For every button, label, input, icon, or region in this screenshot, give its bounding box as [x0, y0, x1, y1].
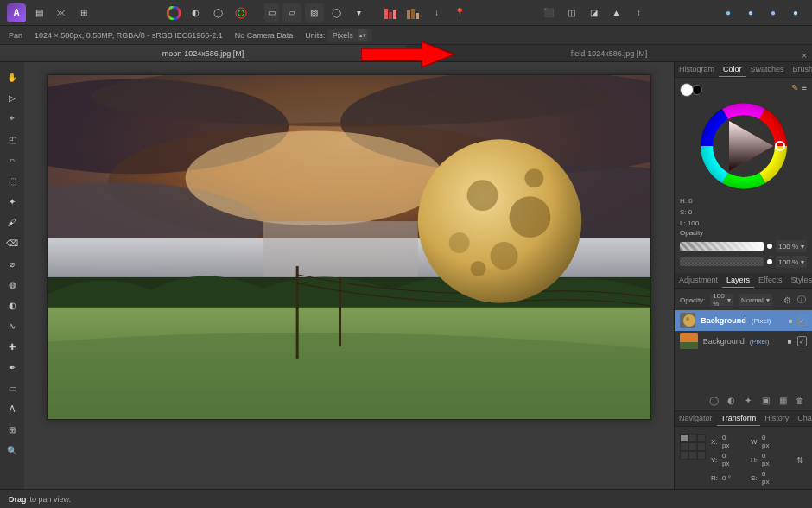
fx-layer-icon[interactable]: ✦: [741, 393, 755, 407]
file-icon[interactable]: ▤: [29, 3, 48, 22]
smudge-tool[interactable]: ∿: [3, 316, 22, 335]
lock-icon[interactable]: ■: [789, 317, 793, 325]
anchor-selector[interactable]: [680, 434, 706, 460]
erase-brush-tool[interactable]: ⌫: [3, 233, 22, 252]
units-dropdown[interactable]: Pixels ▴▾: [327, 29, 372, 42]
transform-panel: X:0 px W:0 px Y:0 px H:0 px R:0 ° S:0 px…: [675, 427, 812, 489]
pin-icon[interactable]: 📍: [450, 3, 469, 22]
primary-color-swatch[interactable]: [680, 83, 694, 97]
color-wheel[interactable]: [696, 98, 791, 194]
stepper-icon: ▴▾: [358, 29, 367, 41]
canvas-viewport[interactable]: [24, 62, 674, 489]
transform-tab-history[interactable]: History: [760, 411, 793, 426]
layers-tab-styles[interactable]: Styles: [786, 273, 812, 288]
transform-tab-navigator[interactable]: Navigator: [675, 411, 717, 426]
canvas[interactable]: [47, 74, 651, 420]
noise-value-dropdown[interactable]: 100 % ▾: [776, 256, 807, 268]
persona-photo-icon[interactable]: ●: [719, 3, 738, 22]
arrange-top-icon[interactable]: ▲: [606, 3, 625, 22]
grid-icon[interactable]: ⊞: [74, 3, 93, 22]
select-free-icon[interactable]: ▨: [305, 3, 324, 22]
cog-icon[interactable]: ⚙: [783, 293, 792, 307]
mask-dropdown-icon[interactable]: ▾: [350, 3, 369, 22]
curves-icon[interactable]: [232, 3, 251, 22]
arrange-front-icon[interactable]: ◪: [584, 3, 603, 22]
eyedropper-icon[interactable]: ✎: [791, 83, 798, 92]
app-icon: A: [7, 3, 26, 22]
contrast-icon[interactable]: ◐: [187, 3, 206, 22]
fill-tool[interactable]: ◍: [3, 275, 22, 294]
clone-tool[interactable]: ⌀: [3, 254, 22, 273]
hand-tool[interactable]: ✋: [3, 67, 22, 86]
visibility-checkbox[interactable]: ✓: [797, 336, 807, 346]
color-tab-brushes[interactable]: Brushes: [789, 62, 812, 77]
swatch-red-icon[interactable]: [383, 3, 402, 22]
dodge-tool[interactable]: ◐: [3, 295, 22, 314]
fx-icon[interactable]: ⓘ: [797, 293, 807, 307]
flood-select-tool[interactable]: ✦: [3, 192, 22, 211]
close-icon[interactable]: ×: [396, 48, 401, 65]
color-tab-swatches[interactable]: Swatches: [746, 62, 789, 77]
layers-tab-adjustment[interactable]: Adjustment: [675, 273, 722, 288]
color-tab-histogram[interactable]: Histogram: [675, 62, 719, 77]
blend-mode-dropdown[interactable]: Normal ▾: [739, 294, 772, 306]
text-tool[interactable]: A: [3, 399, 22, 418]
shape-tool[interactable]: ▭: [3, 378, 22, 397]
color-picker-tool[interactable]: ⌖: [3, 109, 22, 128]
marquee-tool[interactable]: ⬚: [3, 171, 22, 190]
waveform-icon[interactable]: ⩙: [52, 3, 71, 22]
document-tab-1[interactable]: moon-1024x586.jpg [M] ×: [0, 45, 406, 61]
move-tool[interactable]: ▷: [3, 88, 22, 107]
zoom-tool[interactable]: 🔍: [3, 441, 22, 460]
layer-opacity-dropdown[interactable]: 100 % ▾: [710, 294, 733, 306]
lock-aspect-icon[interactable]: ⇅: [793, 453, 807, 467]
healing-tool[interactable]: ✚: [3, 337, 22, 356]
persona-develop-icon[interactable]: ●: [764, 3, 783, 22]
transform-tab-transform[interactable]: Transform: [717, 411, 761, 426]
mask-layer-icon[interactable]: ◯: [707, 393, 720, 407]
swatch-brown-icon[interactable]: [405, 3, 424, 22]
delete-layer-icon[interactable]: 🗑: [793, 393, 807, 407]
paint-brush-tool[interactable]: 🖌: [3, 213, 22, 232]
close-icon[interactable]: ×: [802, 48, 807, 65]
selection-brush-tool[interactable]: ○: [3, 150, 22, 169]
transform-x[interactable]: 0 px: [722, 434, 731, 449]
transform-y[interactable]: 0 px: [722, 452, 731, 467]
align-icon[interactable]: ↕: [629, 3, 648, 22]
document-tab-2[interactable]: field-1024x586.jpg [M] ×: [406, 45, 812, 61]
transform-s[interactable]: 0 px: [762, 470, 771, 486]
opacity-value-dropdown[interactable]: 100 % ▾: [776, 240, 807, 252]
add-layer-icon[interactable]: ▦: [776, 393, 790, 407]
layer-row[interactable]: Background(Pixel)■✓: [675, 310, 812, 331]
color-tab-color[interactable]: Color: [719, 62, 746, 77]
persona-liquify-icon[interactable]: ●: [741, 3, 760, 22]
pen-tool[interactable]: ✒: [3, 358, 22, 377]
layers-tab-effects[interactable]: Effects: [754, 273, 786, 288]
crop-tool[interactable]: ◰: [3, 130, 22, 149]
persona-tone-icon[interactable]: ●: [786, 3, 805, 22]
group-layer-icon[interactable]: ▣: [758, 393, 772, 407]
wheel-icon[interactable]: [164, 3, 183, 22]
lock-icon[interactable]: ■: [788, 338, 792, 346]
select-box-icon[interactable]: ▭: [264, 3, 279, 22]
adjust-layer-icon[interactable]: ◐: [724, 393, 738, 407]
transform-w[interactable]: 0 px: [762, 434, 771, 449]
layers-tab-layers[interactable]: Layers: [722, 273, 754, 288]
mesh-tool[interactable]: ⊞: [3, 420, 22, 439]
transform-tab-channels[interactable]: Channels: [793, 411, 812, 426]
select-poly-icon[interactable]: ▱: [282, 3, 301, 22]
panel-menu-icon[interactable]: ≡: [802, 83, 807, 92]
transform-r[interactable]: 0 °: [722, 474, 731, 482]
arrange-back-icon[interactable]: ⬛: [539, 3, 558, 22]
svg-point-20: [509, 196, 550, 238]
noise-slider[interactable]: [680, 257, 764, 266]
visibility-checkbox[interactable]: ✓: [798, 315, 807, 326]
arrow-down-icon[interactable]: ↓: [428, 3, 447, 22]
opacity-slider[interactable]: [680, 242, 764, 251]
transform-h[interactable]: 0 px: [762, 452, 771, 467]
levels-icon[interactable]: ◯: [209, 3, 228, 22]
mask-icon[interactable]: ◯: [327, 3, 346, 22]
layer-row[interactable]: Background(Pixel)■✓: [675, 331, 812, 352]
arrange-mid-icon[interactable]: ◫: [561, 3, 580, 22]
camera-data: No Camera Data: [235, 31, 294, 40]
